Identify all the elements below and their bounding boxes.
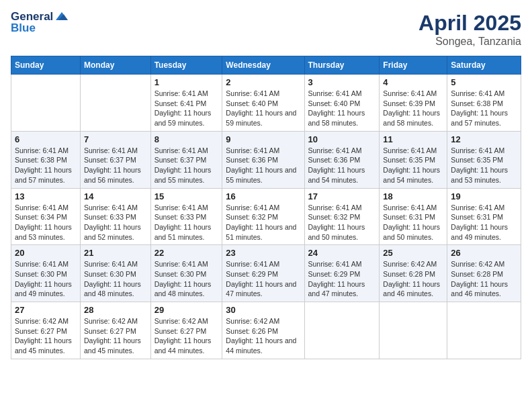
week-row: 1Sunrise: 6:41 AM Sunset: 6:41 PM Daylig… bbox=[11, 75, 521, 132]
day-number: 1 bbox=[154, 77, 219, 87]
day-number: 4 bbox=[383, 77, 443, 87]
day-number: 17 bbox=[308, 191, 376, 201]
cell-info: Sunrise: 6:41 AM Sunset: 6:32 PM Dayligh… bbox=[308, 203, 376, 242]
cell-info: Sunrise: 6:41 AM Sunset: 6:30 PM Dayligh… bbox=[15, 259, 77, 299]
day-number: 7 bbox=[84, 134, 147, 144]
week-row: 27Sunrise: 6:42 AM Sunset: 6:27 PM Dayli… bbox=[11, 302, 521, 359]
cell-info: Sunrise: 6:41 AM Sunset: 6:29 PM Dayligh… bbox=[226, 259, 300, 299]
calendar-cell: 10Sunrise: 6:41 AM Sunset: 6:36 PM Dayli… bbox=[304, 131, 380, 188]
calendar-header: SundayMondayTuesdayWednesdayThursdayFrid… bbox=[11, 56, 521, 75]
day-number: 28 bbox=[84, 305, 147, 315]
day-number: 13 bbox=[15, 191, 77, 201]
week-row: 6Sunrise: 6:41 AM Sunset: 6:38 PM Daylig… bbox=[11, 131, 521, 188]
calendar-cell: 13Sunrise: 6:41 AM Sunset: 6:34 PM Dayli… bbox=[11, 188, 81, 245]
calendar-cell: 24Sunrise: 6:41 AM Sunset: 6:29 PM Dayli… bbox=[304, 245, 380, 302]
calendar-cell: 30Sunrise: 6:42 AM Sunset: 6:26 PM Dayli… bbox=[222, 302, 304, 359]
calendar-cell: 20Sunrise: 6:41 AM Sunset: 6:30 PM Dayli… bbox=[11, 245, 81, 302]
cell-info: Sunrise: 6:42 AM Sunset: 6:27 PM Dayligh… bbox=[15, 316, 77, 356]
day-number: 16 bbox=[226, 191, 300, 201]
calendar-cell: 9Sunrise: 6:41 AM Sunset: 6:36 PM Daylig… bbox=[222, 131, 304, 188]
day-number: 15 bbox=[154, 191, 219, 201]
cell-info: Sunrise: 6:41 AM Sunset: 6:35 PM Dayligh… bbox=[451, 146, 517, 185]
header-cell-monday: Monday bbox=[81, 56, 151, 75]
page-title: April 2025 bbox=[418, 11, 521, 36]
day-number: 30 bbox=[226, 305, 300, 315]
cell-info: Sunrise: 6:41 AM Sunset: 6:34 PM Dayligh… bbox=[15, 203, 77, 242]
calendar-cell: 5Sunrise: 6:41 AM Sunset: 6:38 PM Daylig… bbox=[447, 75, 521, 132]
calendar-cell: 23Sunrise: 6:41 AM Sunset: 6:29 PM Dayli… bbox=[222, 245, 304, 302]
cell-info: Sunrise: 6:41 AM Sunset: 6:37 PM Dayligh… bbox=[154, 146, 219, 185]
calendar-cell: 7Sunrise: 6:41 AM Sunset: 6:37 PM Daylig… bbox=[81, 131, 151, 188]
calendar-cell: 16Sunrise: 6:41 AM Sunset: 6:32 PM Dayli… bbox=[222, 188, 304, 245]
header-cell-saturday: Saturday bbox=[447, 56, 521, 75]
header-cell-thursday: Thursday bbox=[304, 56, 380, 75]
calendar-body: 1Sunrise: 6:41 AM Sunset: 6:41 PM Daylig… bbox=[11, 75, 521, 359]
calendar-cell: 12Sunrise: 6:41 AM Sunset: 6:35 PM Dayli… bbox=[447, 131, 521, 188]
day-number: 21 bbox=[84, 248, 147, 258]
cell-info: Sunrise: 6:41 AM Sunset: 6:38 PM Dayligh… bbox=[451, 89, 517, 128]
cell-info: Sunrise: 6:42 AM Sunset: 6:26 PM Dayligh… bbox=[226, 316, 300, 356]
calendar-table: SundayMondayTuesdayWednesdayThursdayFrid… bbox=[11, 56, 521, 359]
calendar-cell: 8Sunrise: 6:41 AM Sunset: 6:37 PM Daylig… bbox=[150, 131, 222, 188]
calendar-cell bbox=[11, 75, 81, 132]
cell-info: Sunrise: 6:42 AM Sunset: 6:27 PM Dayligh… bbox=[154, 316, 219, 356]
header-cell-wednesday: Wednesday bbox=[222, 56, 304, 75]
page-subtitle: Songea, Tanzania bbox=[418, 36, 521, 48]
cell-info: Sunrise: 6:42 AM Sunset: 6:28 PM Dayligh… bbox=[451, 259, 517, 299]
calendar-cell bbox=[447, 302, 521, 359]
cell-info: Sunrise: 6:41 AM Sunset: 6:41 PM Dayligh… bbox=[154, 89, 219, 128]
cell-info: Sunrise: 6:41 AM Sunset: 6:36 PM Dayligh… bbox=[226, 146, 300, 185]
day-number: 3 bbox=[308, 77, 376, 87]
logo-icon bbox=[54, 11, 69, 21]
header-cell-tuesday: Tuesday bbox=[150, 56, 222, 75]
cell-info: Sunrise: 6:41 AM Sunset: 6:40 PM Dayligh… bbox=[226, 89, 300, 128]
title-block: April 2025 Songea, Tanzania bbox=[418, 11, 521, 48]
day-number: 6 bbox=[15, 134, 77, 144]
calendar-cell: 21Sunrise: 6:41 AM Sunset: 6:30 PM Dayli… bbox=[81, 245, 151, 302]
day-number: 23 bbox=[226, 248, 300, 258]
day-number: 19 bbox=[451, 191, 517, 201]
header-row: SundayMondayTuesdayWednesdayThursdayFrid… bbox=[11, 56, 521, 75]
calendar-cell: 18Sunrise: 6:41 AM Sunset: 6:31 PM Dayli… bbox=[380, 188, 447, 245]
day-number: 11 bbox=[383, 134, 443, 144]
calendar-cell: 6Sunrise: 6:41 AM Sunset: 6:38 PM Daylig… bbox=[11, 131, 81, 188]
day-number: 2 bbox=[226, 77, 300, 87]
calendar-cell: 2Sunrise: 6:41 AM Sunset: 6:40 PM Daylig… bbox=[222, 75, 304, 132]
calendar-cell: 17Sunrise: 6:41 AM Sunset: 6:32 PM Dayli… bbox=[304, 188, 380, 245]
cell-info: Sunrise: 6:41 AM Sunset: 6:30 PM Dayligh… bbox=[84, 259, 147, 299]
week-row: 20Sunrise: 6:41 AM Sunset: 6:30 PM Dayli… bbox=[11, 245, 521, 302]
calendar-cell bbox=[81, 75, 151, 132]
cell-info: Sunrise: 6:41 AM Sunset: 6:29 PM Dayligh… bbox=[308, 259, 376, 299]
calendar-cell: 26Sunrise: 6:42 AM Sunset: 6:28 PM Dayli… bbox=[447, 245, 521, 302]
day-number: 20 bbox=[15, 248, 77, 258]
logo: General Blue bbox=[11, 11, 69, 34]
logo-blue-text: Blue bbox=[11, 22, 69, 35]
calendar-cell: 1Sunrise: 6:41 AM Sunset: 6:41 PM Daylig… bbox=[150, 75, 222, 132]
header-cell-sunday: Sunday bbox=[11, 56, 81, 75]
calendar-cell bbox=[304, 302, 380, 359]
day-number: 29 bbox=[154, 305, 219, 315]
day-number: 25 bbox=[383, 248, 443, 258]
calendar-cell: 29Sunrise: 6:42 AM Sunset: 6:27 PM Dayli… bbox=[150, 302, 222, 359]
calendar-cell: 28Sunrise: 6:42 AM Sunset: 6:27 PM Dayli… bbox=[81, 302, 151, 359]
cell-info: Sunrise: 6:42 AM Sunset: 6:28 PM Dayligh… bbox=[383, 259, 443, 299]
day-number: 22 bbox=[154, 248, 219, 258]
calendar-cell: 19Sunrise: 6:41 AM Sunset: 6:31 PM Dayli… bbox=[447, 188, 521, 245]
day-number: 8 bbox=[154, 134, 219, 144]
calendar-cell: 15Sunrise: 6:41 AM Sunset: 6:33 PM Dayli… bbox=[150, 188, 222, 245]
cell-info: Sunrise: 6:41 AM Sunset: 6:38 PM Dayligh… bbox=[15, 146, 77, 185]
day-number: 26 bbox=[451, 248, 517, 258]
cell-info: Sunrise: 6:41 AM Sunset: 6:31 PM Dayligh… bbox=[383, 203, 443, 242]
calendar-cell: 4Sunrise: 6:41 AM Sunset: 6:39 PM Daylig… bbox=[380, 75, 447, 132]
cell-info: Sunrise: 6:41 AM Sunset: 6:32 PM Dayligh… bbox=[226, 203, 300, 242]
day-number: 27 bbox=[15, 305, 77, 315]
cell-info: Sunrise: 6:41 AM Sunset: 6:37 PM Dayligh… bbox=[84, 146, 147, 185]
day-number: 14 bbox=[84, 191, 147, 201]
cell-info: Sunrise: 6:41 AM Sunset: 6:36 PM Dayligh… bbox=[308, 146, 376, 185]
day-number: 5 bbox=[451, 77, 517, 87]
calendar-cell: 27Sunrise: 6:42 AM Sunset: 6:27 PM Dayli… bbox=[11, 302, 81, 359]
calendar-cell: 14Sunrise: 6:41 AM Sunset: 6:33 PM Dayli… bbox=[81, 188, 151, 245]
cell-info: Sunrise: 6:41 AM Sunset: 6:30 PM Dayligh… bbox=[154, 259, 219, 299]
cell-info: Sunrise: 6:42 AM Sunset: 6:27 PM Dayligh… bbox=[84, 316, 147, 356]
cell-info: Sunrise: 6:41 AM Sunset: 6:35 PM Dayligh… bbox=[383, 146, 443, 185]
